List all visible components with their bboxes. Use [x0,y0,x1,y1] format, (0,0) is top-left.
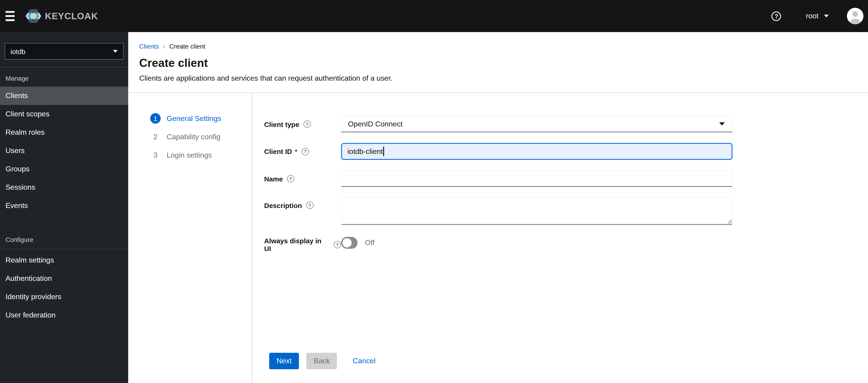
keycloak-admin-console: KEYCLOAK ? root iotdb [0,0,868,383]
text-cursor [383,147,384,156]
masthead-toolbar: ? root [772,8,863,24]
name-row: Name ? [264,170,868,187]
breadcrumb-link-clients[interactable]: Clients [139,42,159,50]
user-avatar-icon [847,8,863,24]
realm-name: iotdb [10,48,25,55]
brand-name: KEYCLOAK [45,11,98,21]
resize-handle[interactable] [726,218,732,224]
client-id-label: Client ID [264,148,292,155]
keycloak-logo[interactable]: KEYCLOAK [26,9,98,23]
help-icon[interactable]: ? [334,241,341,248]
main-content: Clients › Create client Create client Cl… [128,32,868,383]
keycloak-logo-hexagon-icon [26,9,41,23]
step-label: Login settings [167,151,212,159]
toggle-state-label: Off [365,239,374,247]
caret-down-icon [719,122,725,125]
sidebar-item-users[interactable]: Users [0,142,128,160]
sidebar-item-identity-providers[interactable]: Identity providers [0,288,128,306]
always-display-row: Always display in UI ? Off [264,237,868,253]
breadcrumb-separator-icon: › [163,42,165,50]
cancel-button[interactable]: Cancel [353,353,376,369]
sidebar-item-authentication[interactable]: Authentication [0,269,128,288]
help-icon[interactable]: ? [306,202,313,209]
help-icon[interactable]: ? [772,11,781,21]
hamburger-menu-icon[interactable] [5,6,20,26]
sidebar-item-realm-roles[interactable]: Realm roles [0,123,128,142]
help-icon[interactable]: ? [303,120,311,128]
client-type-row: Client type ? OpenID Connect [264,116,868,132]
step-label: Capability config [167,132,220,141]
page-title: Create client [139,56,868,70]
sidebar-item-sessions[interactable]: Sessions [0,178,128,197]
realm-selector[interactable]: iotdb [5,43,124,60]
nav-section-title-manage: Manage [0,67,128,87]
wizard-step-capability-config[interactable]: 2 Capability config [150,131,252,142]
page-subtitle: Clients are applications and services th… [139,74,868,83]
description-row: Description ? [264,198,868,225]
step-number: 2 [150,131,161,142]
sidebar-item-user-federation[interactable]: User federation [0,306,128,324]
username: root [806,12,818,20]
name-input[interactable] [341,170,733,187]
step-number: 3 [150,150,161,160]
description-label: Description [264,202,302,209]
help-icon[interactable]: ? [287,175,294,182]
wizard-steps-nav: 1 General Settings 2 Capability config 3… [128,93,252,383]
always-display-label: Always display in UI [264,237,330,253]
page-layout: iotdb Manage Clients Client scopes Realm… [0,32,868,383]
client-id-row: Client ID * ? iotdb-client [264,143,868,160]
avatar[interactable] [847,8,863,24]
wizard-footer: Next Back Cancel [269,353,376,369]
client-id-value: iotdb-client [347,147,383,155]
client-id-input[interactable]: iotdb-client [341,143,733,160]
back-button[interactable]: Back [306,353,337,369]
step-number: 1 [150,113,161,124]
wizard-step-login-settings[interactable]: 3 Login settings [150,150,252,160]
breadcrumb: Clients › Create client [139,42,868,50]
wizard-step-general-settings[interactable]: 1 General Settings [150,113,252,124]
create-client-wizard: 1 General Settings 2 Capability config 3… [128,93,868,383]
description-textarea[interactable] [341,198,733,225]
name-label: Name [264,175,283,183]
sidebar-divider [0,249,128,249]
required-asterisk: * [295,148,298,155]
next-button[interactable]: Next [269,353,299,369]
toggle-knob [342,238,351,247]
sidebar-item-groups[interactable]: Groups [0,160,128,178]
chevron-down-icon [113,50,118,53]
sidebar-item-events[interactable]: Events [0,197,128,215]
general-settings-form: Client type ? OpenID Connect Clien [252,93,868,383]
step-label: General Settings [167,114,221,122]
sidebar-item-clients[interactable]: Clients [0,87,128,105]
chevron-down-icon [824,14,829,18]
sidebar-item-client-scopes[interactable]: Client scopes [0,105,128,123]
client-type-selected-value: OpenID Connect [348,120,402,128]
client-type-label: Client type [264,120,299,128]
sidebar: iotdb Manage Clients Client scopes Realm… [0,32,128,383]
breadcrumb-current: Create client [169,42,205,50]
help-icon[interactable]: ? [302,148,309,155]
always-display-toggle[interactable] [341,237,358,249]
nav-section-title-configure: Configure [0,236,128,249]
masthead: KEYCLOAK ? root [0,0,868,32]
client-type-select[interactable]: OpenID Connect [341,116,733,132]
user-menu[interactable]: root [806,12,829,20]
sidebar-item-realm-settings[interactable]: Realm settings [0,251,128,269]
